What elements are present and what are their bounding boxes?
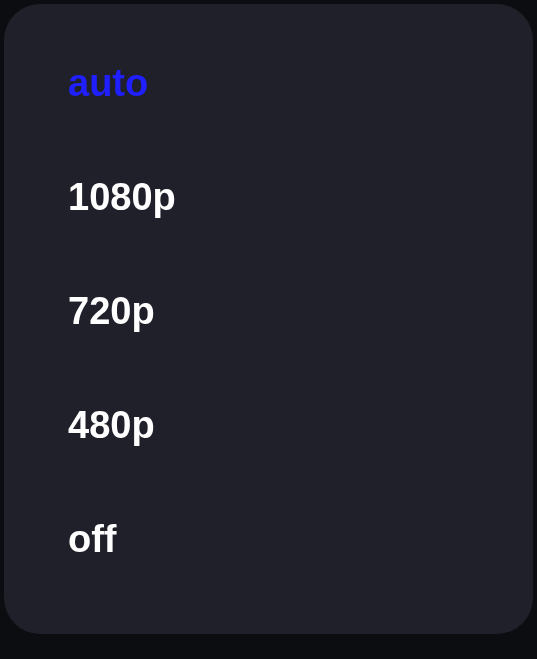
quality-option-1080p[interactable]: 1080p: [68, 178, 533, 216]
quality-option-480p[interactable]: 480p: [68, 406, 533, 444]
quality-option-off[interactable]: off: [68, 520, 533, 558]
quality-menu: auto 1080p 720p 480p off: [4, 4, 533, 634]
quality-option-auto[interactable]: auto: [68, 64, 533, 102]
quality-option-720p[interactable]: 720p: [68, 292, 533, 330]
